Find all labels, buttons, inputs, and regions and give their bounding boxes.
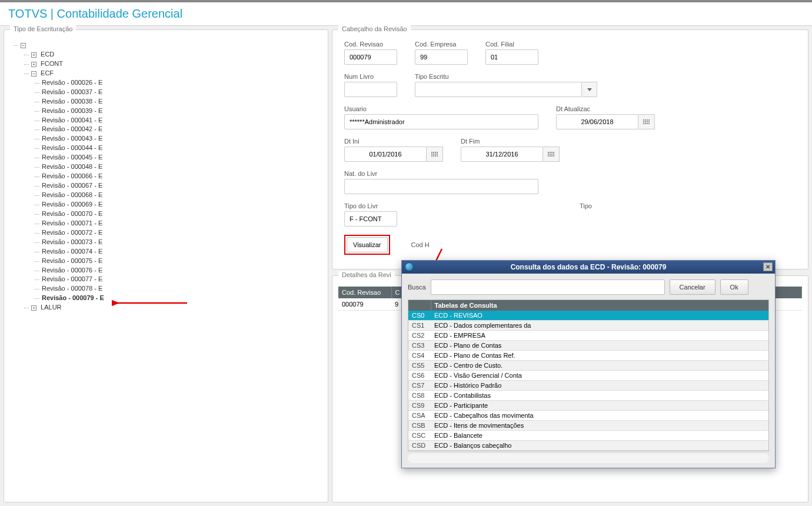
tree-toggle-icon[interactable]: − xyxy=(31,71,36,76)
tree-leaf[interactable]: Revisão - 000077 - E xyxy=(42,275,324,284)
label-dt-fim: Dt Fim xyxy=(461,138,560,145)
table-row[interactable]: CS5ECD - Centro de Custo. xyxy=(408,361,768,371)
calendar-icon[interactable] xyxy=(427,147,443,162)
table-row[interactable]: CSDECD - Balanços cabeçalho xyxy=(408,441,768,451)
tree-toggle-icon[interactable]: + xyxy=(31,52,36,58)
cell-code: CS0 xyxy=(408,311,431,321)
table-row[interactable]: CS6ECD - Visão Gerencial / Conta xyxy=(408,371,768,381)
input-dt-fim[interactable] xyxy=(461,147,543,162)
chevron-down-icon[interactable] xyxy=(582,82,597,97)
tree-leaf[interactable]: Revisão - 000078 - E xyxy=(42,284,324,294)
table-row[interactable]: CS3ECD - Plano de Contas xyxy=(408,341,768,351)
table-row[interactable]: CS4ECD - Plano de Contas Ref. xyxy=(408,351,768,361)
tree-toggle-icon[interactable]: − xyxy=(21,43,26,48)
input-usuario[interactable] xyxy=(344,114,538,129)
tree-leaf[interactable]: Revisão - 000045 - E xyxy=(42,153,324,162)
tree-leaf[interactable]: Revisão - 000072 - E xyxy=(42,228,324,238)
input-dt-ini[interactable] xyxy=(344,147,427,162)
tree-leaf[interactable]: Revisão - 000069 - E xyxy=(42,200,324,209)
label-buscar: Busca xyxy=(408,284,426,291)
horizontal-scrollbar[interactable] xyxy=(408,452,769,463)
input-tipo-do-livr[interactable] xyxy=(344,211,397,227)
tree-toggle-icon[interactable]: + xyxy=(31,62,36,67)
cancelar-button[interactable]: Cancelar xyxy=(670,279,716,295)
calendar-icon[interactable] xyxy=(543,147,560,162)
tree-node[interactable]: − ECFRevisão - 000026 - ERevisão - 00003… xyxy=(31,69,324,303)
tree-leaf[interactable]: Revisão - 000075 - E xyxy=(42,257,324,266)
tree-root: −+ ECD+ FCONT− ECFRevisão - 000026 - ERe… xyxy=(8,38,324,312)
label-dt-atualizac: Dt Atualizac xyxy=(556,105,655,112)
cell-desc: ECD - Contabilistas xyxy=(431,391,768,401)
cell-code: CS6 xyxy=(408,371,431,381)
label-num-livro: Num Livro xyxy=(344,73,397,80)
modal-titlebar[interactable]: Consulta dos dados da ECD - Revisão: 000… xyxy=(402,261,775,274)
cell-code: CS5 xyxy=(408,361,431,371)
tree-leaf[interactable]: Revisão - 000043 - E xyxy=(42,134,324,144)
tree-label: FCONT xyxy=(41,60,63,67)
input-cod-filial[interactable] xyxy=(485,49,538,65)
tree-leaf[interactable]: Revisão - 000066 - E xyxy=(42,172,324,181)
label-cod-h: Cod H xyxy=(411,241,430,248)
tree-leaf[interactable]: Revisão - 000068 - E xyxy=(42,191,324,200)
table-row[interactable]: CS1ECD - Dados complementares da xyxy=(408,321,768,331)
tree-toggle-icon[interactable]: + xyxy=(31,305,36,311)
cell-code: CSC xyxy=(408,431,431,441)
table-row[interactable]: CS9ECD - Participante xyxy=(408,401,768,411)
tree-label: LALUR xyxy=(41,304,61,311)
tree-leaf[interactable]: Revisão - 000042 - E xyxy=(42,125,324,134)
tree-leaf[interactable]: Revisão - 000044 - E xyxy=(42,144,324,153)
tree-leaf[interactable]: Revisão - 000076 - E xyxy=(42,266,324,275)
table-row[interactable]: CS7ECD - Histórico Padrão xyxy=(408,381,768,391)
input-nat-do-livr[interactable] xyxy=(344,179,538,194)
input-num-livro[interactable] xyxy=(344,82,397,97)
tree-leaf[interactable]: Revisão - 000071 - E xyxy=(42,219,324,228)
table-row[interactable]: CS2ECD - EMPRESA xyxy=(408,331,768,341)
tree-leaf[interactable]: Revisão - 000073 - E xyxy=(42,238,324,247)
input-cod-empresa[interactable] xyxy=(415,49,468,65)
panel-header-legend: Cabeçalho da Revisão xyxy=(338,25,411,32)
select-tipo-escritu[interactable] xyxy=(415,82,597,97)
cell-desc: ECD - Balancete xyxy=(431,431,768,441)
calendar-icon[interactable] xyxy=(638,114,655,129)
tree-leaf[interactable]: Revisão - 000067 - E xyxy=(42,181,324,191)
details-col-0[interactable]: Cod. Revisao xyxy=(338,287,391,298)
label-dt-ini: Dt Ini xyxy=(344,138,443,145)
tree-leaf[interactable]: Revisão - 000026 - E xyxy=(42,78,324,88)
tree-node[interactable]: + FCONT xyxy=(31,59,324,69)
cell-code: CS1 xyxy=(408,321,431,331)
panel-header-form: Cabeçalho da Revisão Cod. Revisao Cod. E… xyxy=(332,29,808,269)
input-buscar[interactable] xyxy=(431,279,665,295)
tree-leaf[interactable]: Revisão - 000039 - E xyxy=(42,106,324,116)
tree-leaf[interactable]: Revisão - 000037 - E xyxy=(42,88,324,97)
table-row[interactable]: CSAECD - Cabeçalhos das movimenta xyxy=(408,411,768,421)
close-icon[interactable]: ✕ xyxy=(763,262,773,271)
cell-desc: ECD - Itens de movimentações xyxy=(431,421,768,431)
modal-title-text: Consulta dos dados da ECD - Revisão: 000… xyxy=(511,263,667,271)
table-row[interactable]: CS8ECD - Contabilistas xyxy=(408,391,768,401)
tree-leaf[interactable]: Revisão - 000041 - E xyxy=(42,116,324,125)
tree-leaf[interactable]: Revisão - 000048 - E xyxy=(42,162,324,172)
tree-leaf[interactable]: Revisão - 000038 - E xyxy=(42,97,324,106)
visualizar-button[interactable]: Visualizar xyxy=(347,237,388,252)
label-cod-empresa: Cod. Empresa xyxy=(415,41,468,48)
table-row[interactable]: CSBECD - Itens de movimentações xyxy=(408,421,768,431)
input-cod-revisao[interactable] xyxy=(344,49,397,65)
cell-desc: ECD - Cabeçalhos das movimenta xyxy=(431,411,768,421)
ok-button[interactable]: Ok xyxy=(720,279,748,295)
annotation-highlight: Visualizar xyxy=(344,235,390,255)
panel-details-legend: Detalhes da Revi xyxy=(338,271,395,278)
cell-code: CS8 xyxy=(408,391,431,401)
app-title: TOTVS | Contabilidade Gerencial xyxy=(0,0,812,26)
input-dt-atualizac[interactable] xyxy=(556,114,638,129)
tree-node[interactable]: + LALUR xyxy=(31,303,324,312)
tree-node[interactable]: + ECD xyxy=(31,50,324,59)
label-tipo-escritu: Tipo Escritu xyxy=(415,73,597,80)
tree-label: ECF xyxy=(41,69,54,76)
modal-col-desc[interactable]: Tabelas de Consulta xyxy=(431,300,768,311)
tree-leaf[interactable]: Revisão - 000079 - E xyxy=(42,294,324,303)
table-row[interactable]: CSCECD - Balancete xyxy=(408,431,768,441)
tree-leaf[interactable]: Revisão - 000074 - E xyxy=(42,247,324,257)
table-row[interactable]: CS0ECD - REVISAO xyxy=(408,311,768,321)
tree-leaf[interactable]: Revisão - 000070 - E xyxy=(42,209,324,219)
app-icon xyxy=(405,262,414,271)
